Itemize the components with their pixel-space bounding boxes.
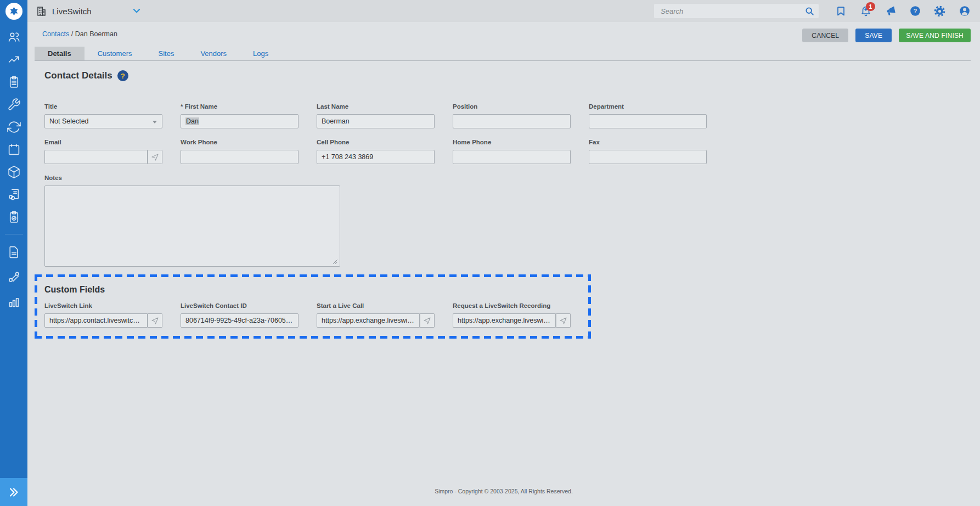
search-box	[654, 4, 819, 18]
first-name-selected-text: Dan	[185, 117, 199, 125]
sidebar-item-sales[interactable]	[0, 48, 27, 71]
recording-open-button[interactable]	[556, 313, 571, 328]
sidebar-item-inventory[interactable]	[0, 161, 27, 183]
email-field[interactable]	[44, 150, 148, 164]
sidebar-item-recurring[interactable]	[0, 116, 27, 138]
sidebar-item-service[interactable]	[0, 93, 27, 116]
send-icon	[559, 317, 567, 325]
page-title: Contact Details	[44, 70, 112, 81]
announcements-button[interactable]	[878, 0, 903, 22]
save-button[interactable]: SAVE	[855, 29, 892, 42]
tab-logs[interactable]: Logs	[240, 47, 281, 60]
gear-icon	[933, 5, 946, 18]
help-button[interactable]: ?	[903, 0, 927, 22]
breadcrumb-contacts-link[interactable]: Contacts	[42, 30, 69, 38]
page-title-row: Contact Details ?	[44, 70, 707, 81]
notes-textarea[interactable]	[44, 185, 340, 267]
footer-copyright: Simpro - Copyright © 2003-2025, All Righ…	[27, 488, 980, 494]
cancel-button[interactable]: CANCEL	[802, 29, 848, 42]
profile-button[interactable]	[952, 0, 977, 22]
sidebar-item-projects[interactable]	[0, 71, 27, 93]
title-label: Title	[44, 103, 162, 110]
help-circle-icon[interactable]: ?	[117, 70, 128, 81]
custom-fields-row: LiveSwitch Link LiveSwitch Contact ID	[44, 302, 581, 328]
live-call-label: Start a Live Call	[317, 302, 435, 309]
sidebar-item-tasks[interactable]	[0, 206, 27, 228]
resize-handle-icon[interactable]	[333, 259, 338, 265]
bookmark-icon	[835, 5, 847, 17]
clipboard-check-icon	[7, 210, 21, 224]
form-area: Contact Details ? Title Not Selected * F…	[44, 70, 707, 339]
simpro-logo[interactable]	[0, 0, 27, 22]
home-phone-field[interactable]	[453, 150, 571, 164]
building-icon	[36, 5, 47, 17]
help-icon: ?	[909, 5, 921, 17]
sidebar-item-utilities[interactable]	[0, 265, 27, 289]
recording-field[interactable]	[453, 313, 556, 328]
tab-customers[interactable]: Customers	[85, 47, 145, 60]
last-name-field[interactable]	[317, 114, 435, 128]
search-input[interactable]	[660, 7, 804, 16]
department-label: Department	[589, 103, 707, 110]
sidebar-divider	[5, 234, 23, 234]
liveswitch-link-field[interactable]	[44, 313, 148, 328]
sidebar-item-invoices[interactable]	[0, 183, 27, 206]
contact-id-field[interactable]	[181, 313, 298, 328]
home-phone-label: Home Phone	[453, 139, 571, 145]
notes-field-group: Notes	[44, 175, 707, 269]
home-phone-field-group: Home Phone	[453, 139, 571, 164]
work-phone-field[interactable]	[181, 150, 298, 164]
email-label: Email	[44, 139, 162, 145]
chevron-down-icon[interactable]	[131, 5, 142, 16]
sidebar-item-analytics[interactable]	[0, 289, 27, 314]
cell-phone-field[interactable]	[317, 150, 435, 164]
sidebar-expand-button[interactable]	[0, 478, 27, 506]
fax-field[interactable]	[589, 150, 707, 164]
contact-id-label: LiveSwitch Contact ID	[181, 302, 298, 309]
live-call-open-button[interactable]	[420, 313, 435, 328]
people-icon	[7, 30, 21, 44]
liveswitch-link-label: LiveSwitch Link	[44, 302, 162, 309]
topbar: LiveSwitch 1	[27, 0, 980, 22]
search-icon	[804, 5, 815, 17]
company-selector[interactable]: LiveSwitch	[36, 5, 142, 17]
breadcrumb-separator: /	[71, 30, 75, 38]
clipboard-icon	[7, 75, 21, 89]
save-and-finish-button[interactable]: SAVE AND FINISH	[899, 29, 971, 42]
invoice-document-icon	[7, 188, 21, 201]
sidebar-item-schedule[interactable]	[0, 138, 27, 161]
bookmark-button[interactable]	[829, 0, 853, 22]
sidebar-item-reports[interactable]	[0, 240, 27, 265]
title-select[interactable]: Not Selected	[44, 114, 162, 128]
last-name-label: Last Name	[317, 103, 435, 110]
department-field[interactable]	[589, 114, 707, 128]
breadcrumb-current: Dan Boerman	[75, 30, 117, 38]
tab-sites[interactable]: Sites	[145, 47, 188, 60]
contact-id-field-group: LiveSwitch Contact ID	[181, 302, 298, 328]
tab-bar: Details Customers Sites Vendors Logs	[35, 47, 971, 61]
liveswitch-link-open-button[interactable]	[148, 313, 162, 328]
send-icon	[151, 317, 159, 325]
position-field[interactable]	[453, 114, 571, 128]
tab-vendors[interactable]: Vendors	[187, 47, 240, 60]
email-send-button[interactable]	[148, 150, 162, 164]
search-button[interactable]	[804, 5, 815, 17]
settings-button[interactable]	[927, 0, 952, 22]
title-select-value: Not Selected	[49, 117, 89, 125]
live-call-field[interactable]	[317, 313, 420, 328]
sidebar-item-people[interactable]	[0, 26, 27, 48]
first-name-field[interactable]: Dan	[181, 114, 298, 128]
dropdown-triangle-icon	[153, 121, 157, 123]
form-row-2: Email Work Phone Cell Phone	[44, 139, 707, 164]
utility-tool-icon	[7, 270, 21, 284]
last-name-field-group: Last Name	[317, 103, 435, 128]
sidebar	[0, 0, 27, 506]
profile-icon	[959, 5, 971, 17]
cell-phone-label: Cell Phone	[317, 139, 435, 145]
send-icon	[151, 153, 159, 161]
page-icon	[7, 245, 21, 259]
calendar-icon	[7, 143, 21, 156]
notifications-button[interactable]: 1	[853, 0, 878, 22]
first-name-field-group: * First Name Dan	[181, 103, 298, 128]
tab-details[interactable]: Details	[35, 47, 85, 60]
